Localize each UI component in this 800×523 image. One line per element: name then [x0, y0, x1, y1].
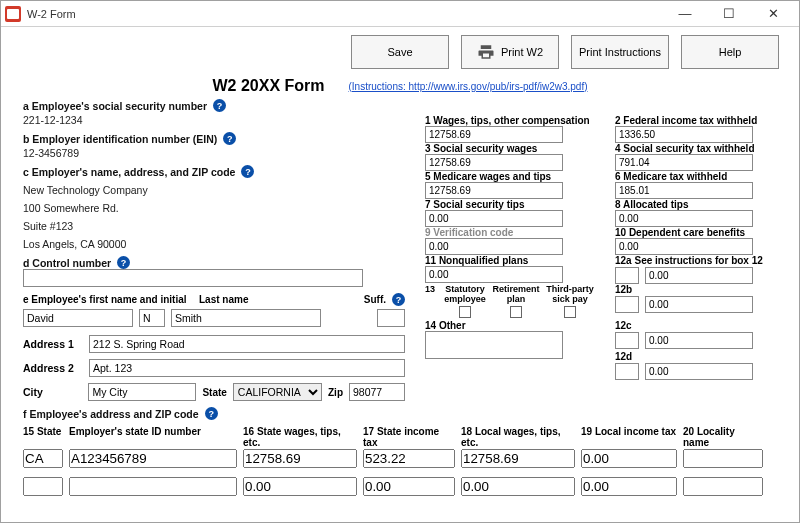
- box6-input[interactable]: [615, 182, 753, 199]
- bottom-section: 15 State Employer's state ID number 16 S…: [23, 426, 777, 496]
- box12b-label: 12b: [615, 284, 791, 295]
- box8-input[interactable]: [615, 210, 753, 227]
- middle-initial-input[interactable]: [139, 309, 165, 327]
- help-box-d-icon[interactable]: ?: [117, 256, 130, 269]
- toolbar: Save Print W2 Print Instructions Help: [1, 27, 799, 75]
- box12c-code-input[interactable]: [615, 332, 639, 349]
- box11-label: 11 Nonqualified plans: [425, 255, 601, 266]
- r2-state-input[interactable]: [23, 477, 63, 496]
- h15: 15 State: [23, 426, 63, 448]
- box-b-label: b Employer identification number (EIN): [23, 133, 217, 145]
- box9-input: [425, 238, 563, 255]
- address2-input[interactable]: [89, 359, 405, 377]
- h19: 19 Local income tax: [581, 426, 677, 448]
- help-box-a-icon[interactable]: ?: [213, 99, 226, 112]
- h20: 20 Locality name: [683, 426, 763, 448]
- zip-input[interactable]: [349, 383, 405, 401]
- first-name-input[interactable]: [23, 309, 133, 327]
- box13-retirement-checkbox[interactable]: [510, 306, 522, 318]
- help-box-b-icon[interactable]: ?: [223, 132, 236, 145]
- address1-input[interactable]: [89, 335, 405, 353]
- box10-label: 10 Dependent care benefits: [615, 227, 791, 238]
- minimize-button[interactable]: —: [663, 1, 707, 27]
- printer-icon: [477, 43, 495, 61]
- ssn-value: 221-12-1234: [23, 114, 405, 126]
- r1-eid-input[interactable]: [69, 449, 237, 468]
- r1-locality-input[interactable]: [683, 449, 763, 468]
- print-w2-button[interactable]: Print W2: [461, 35, 559, 69]
- r1-localtax-input[interactable]: [581, 449, 677, 468]
- r1-localwages-input[interactable]: [461, 449, 575, 468]
- box11-input[interactable]: [425, 266, 563, 283]
- window-controls: — ☐ ✕: [663, 1, 795, 27]
- r1-statewages-input[interactable]: [243, 449, 357, 468]
- box-d-label: d Control number: [23, 257, 111, 269]
- box12c-value-input[interactable]: [645, 332, 753, 349]
- box1-label: 1 Wages, tips, other compensation: [425, 115, 601, 126]
- suffix-label: Suff.: [364, 294, 386, 305]
- control-number-input[interactable]: [23, 269, 363, 287]
- h16: 16 State wages, tips, etc.: [243, 426, 357, 448]
- r2-statetax-input[interactable]: [363, 477, 455, 496]
- box13-statutory-checkbox[interactable]: [459, 306, 471, 318]
- r2-localtax-input[interactable]: [581, 477, 677, 496]
- ein-value: 12-3456789: [23, 147, 405, 159]
- box-c-label: c Employer's name, address, and ZIP code: [23, 166, 235, 178]
- box13-retirement-label: Retirement plan: [491, 284, 541, 304]
- box13-statutory-label: Statutory employee: [443, 284, 487, 304]
- box3-input[interactable]: [425, 154, 563, 171]
- h-eid: Employer's state ID number: [69, 426, 237, 448]
- box1-input[interactable]: [425, 126, 563, 143]
- state-label: State: [202, 387, 226, 398]
- box12a-value-input[interactable]: [645, 267, 753, 284]
- box12a-code-input[interactable]: [615, 267, 639, 284]
- box9-label: 9 Verification code: [425, 227, 601, 238]
- close-button[interactable]: ✕: [751, 1, 795, 27]
- h17: 17 State income tax: [363, 426, 455, 448]
- box12d-value-input[interactable]: [645, 363, 753, 380]
- box13-thirdparty-label: Third-party sick pay: [545, 284, 595, 304]
- r2-localwages-input[interactable]: [461, 477, 575, 496]
- employer-line4: Los Angels, CA 90000: [23, 238, 405, 250]
- suffix-input[interactable]: [377, 309, 405, 327]
- city-input[interactable]: [88, 383, 196, 401]
- last-name-input[interactable]: [171, 309, 321, 327]
- box5-input[interactable]: [425, 182, 563, 199]
- box12b-value-input[interactable]: [645, 296, 753, 313]
- box14-input[interactable]: [425, 331, 563, 359]
- box7-label: 7 Social security tips: [425, 199, 601, 210]
- first-name-label: e Employee's first name and initial: [23, 294, 193, 305]
- box10-input[interactable]: [615, 238, 753, 255]
- window-title: W-2 Form: [27, 8, 76, 20]
- maximize-button[interactable]: ☐: [707, 1, 751, 27]
- r1-state-input[interactable]: [23, 449, 63, 468]
- state-select[interactable]: CALIFORNIA: [233, 383, 322, 401]
- box13-thirdparty-checkbox[interactable]: [564, 306, 576, 318]
- instructions-link[interactable]: (Instructions: http://www.irs.gov/pub/ir…: [349, 81, 588, 92]
- box13-label: 13: [425, 284, 439, 304]
- app-window: W-2 Form — ☐ ✕ Save Print W2 Print Instr…: [0, 0, 800, 523]
- employer-line3: Suite #123: [23, 220, 405, 232]
- save-button[interactable]: Save: [351, 35, 449, 69]
- help-button[interactable]: Help: [681, 35, 779, 69]
- r2-eid-input[interactable]: [69, 477, 237, 496]
- box2-input[interactable]: [615, 126, 753, 143]
- box-a-label: a Employee's social security number: [23, 100, 207, 112]
- box4-label: 4 Social security tax withheld: [615, 143, 791, 154]
- help-box-e-icon[interactable]: ?: [392, 293, 405, 306]
- r1-statetax-input[interactable]: [363, 449, 455, 468]
- box12d-code-input[interactable]: [615, 363, 639, 380]
- box4-input[interactable]: [615, 154, 753, 171]
- r2-locality-input[interactable]: [683, 477, 763, 496]
- help-box-f-icon[interactable]: ?: [205, 407, 218, 420]
- box12d-label: 12d: [615, 351, 791, 362]
- box5-label: 5 Medicare wages and tips: [425, 171, 601, 182]
- app-icon: [5, 6, 21, 22]
- box12b-code-input[interactable]: [615, 296, 639, 313]
- employer-line1: New Technology Company: [23, 184, 405, 196]
- form-title: W2 20XX Form: [212, 77, 324, 95]
- print-instructions-button[interactable]: Print Instructions: [571, 35, 669, 69]
- box7-input[interactable]: [425, 210, 563, 227]
- r2-statewages-input[interactable]: [243, 477, 357, 496]
- help-box-c-icon[interactable]: ?: [241, 165, 254, 178]
